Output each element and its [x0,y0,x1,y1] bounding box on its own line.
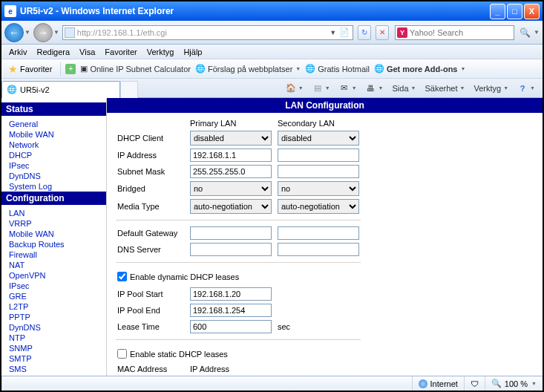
search-input[interactable] [410,28,512,37]
yahoo-icon: Y [397,27,407,38]
add-favorite-icon[interactable]: + [65,64,76,74]
sidebar-item-system-log[interactable]: System Log [9,181,99,192]
ie-icon: 🌐 [7,85,17,94]
sidebar-header-configuration: Configuration [1,192,106,205]
dhcp-client-secondary-select[interactable]: disabled [278,131,359,146]
media-primary-select[interactable]: auto-negotiation [190,199,272,214]
zoom-icon: 🔍 [491,379,502,388]
page-menu[interactable]: Sida▼ [390,82,419,94]
navigation-toolbar: ← ▼ → ▼ ▼ 📄 ↻ ✕ Y 🔍 ▼ [1,21,543,45]
dns-input[interactable] [190,243,272,256]
status-message [1,376,412,391]
ip-primary-input[interactable] [190,148,272,162]
menu-visa[interactable]: Visa [75,46,99,58]
search-button-icon[interactable]: 🔍 [517,27,533,38]
window-close-button[interactable]: X [524,4,540,19]
zone-label: Internet [430,379,458,388]
fav-link-hotmail[interactable]: 🌐 Gratis Hotmail [305,64,370,74]
ip-secondary-input[interactable] [278,148,359,162]
refresh-button[interactable]: ↻ [358,25,371,40]
compat-view-icon[interactable]: 📄 [338,26,351,39]
column-header-secondary: Secondary LAN [275,117,362,129]
search-box[interactable]: Y [395,25,514,40]
address-dropdown-icon[interactable]: ▼ [328,29,338,36]
sidebar-item-mobile-wan[interactable]: Mobile WAN [9,229,99,239]
sidebar-item-backup-routes[interactable]: Backup Routes [9,239,99,249]
enable-static-dhcp-checkbox[interactable] [117,349,127,359]
sidebar-item-smtp[interactable]: SMTP [9,353,99,364]
back-menu-chevron-icon[interactable]: ▼ [24,29,30,36]
menu-bar: Arkiv Redigera Visa Favoriter Verktyg Hj… [1,45,543,59]
lease-time-input[interactable] [190,320,272,333]
menu-hjalp[interactable]: Hjälp [179,46,206,58]
menu-verktyg[interactable]: Verktyg [142,46,179,58]
new-tab-button[interactable] [120,81,138,98]
back-button[interactable]: ← [4,23,24,42]
sidebar-item-l2tp[interactable]: L2TP [9,301,99,312]
bridged-secondary-select[interactable]: no [278,181,359,196]
chevron-down-icon: ▼ [531,381,537,386]
sidebar-item-sms[interactable]: SMS [9,364,99,374]
sidebar-item-gre[interactable]: GRE [9,291,99,301]
tools-menu[interactable]: Verktyg▼ [471,82,511,94]
sidebar-item-dhcp[interactable]: DHCP [9,150,99,160]
print-icon: 🖶 [366,83,376,94]
favorites-bar: ★ Favoriter + ▣ Online IP Subnet Calcula… [1,59,543,79]
zoom-control[interactable]: 🔍 100 % ▼ [485,376,543,391]
bridged-primary-select[interactable]: no [190,181,272,196]
media-secondary-select[interactable]: auto-negotiation [278,199,359,214]
sidebar-item-general[interactable]: General [9,119,99,129]
sidebar-item-ipsec[interactable]: IPsec [9,160,99,171]
window-maximize-button[interactable]: □ [507,4,522,19]
fav-link-suggestions[interactable]: 🌐 Förslag på webbplatser ▼ [195,64,301,74]
favorites-button[interactable]: ★ Favoriter [4,62,56,76]
help-button[interactable]: ?▼ [514,82,538,95]
sidebar-item-pptp[interactable]: PPTP [9,312,99,322]
sidebar-item-dyndns[interactable]: DynDNS [9,322,99,333]
address-input[interactable] [77,27,328,39]
mail-button[interactable]: ✉▼ [336,82,360,95]
fav-link-addons[interactable]: 🌐 Get more Add-ons ▼ [374,64,465,74]
address-bar[interactable]: ▼ 📄 [62,25,353,40]
menu-redigera[interactable]: Redigera [32,46,74,58]
dns-secondary-input[interactable] [278,243,359,256]
feeds-button[interactable]: ▤▼ [309,82,333,95]
chevron-down-icon: ▼ [411,85,416,91]
label-dns-server: DNS Server [114,241,187,258]
menu-arkiv[interactable]: Arkiv [4,46,31,58]
sidebar-item-ipsec[interactable]: IPsec [9,281,99,291]
sidebar-item-openvpn[interactable]: OpenVPN [9,270,99,281]
fav-link-calculator[interactable]: ▣ Online IP Subnet Calculator [80,64,191,74]
gateway-input[interactable] [190,226,272,240]
sidebar-item-vrrp[interactable]: VRRP [9,218,99,229]
mask-primary-input[interactable] [190,165,272,178]
menu-favoriter[interactable]: Favoriter [100,46,141,58]
sidebar-item-expansion-port-1[interactable]: Expansion Port 1 [9,374,99,376]
enable-dynamic-dhcp-checkbox[interactable] [117,272,127,281]
gateway-secondary-input[interactable] [278,226,359,240]
search-menu-chevron-icon[interactable]: ▼ [534,29,540,36]
mask-secondary-input[interactable] [278,165,359,178]
enable-static-dhcp-label: Enable static DHCP leases [130,350,228,359]
sidebar-item-lan[interactable]: LAN [9,208,99,218]
safety-menu[interactable]: Säkerhet▼ [422,82,468,94]
window-minimize-button[interactable]: _ [490,4,505,19]
sidebar-item-snmp[interactable]: SNMP [9,343,99,353]
pool-start-input[interactable] [190,287,272,301]
sidebar-item-network[interactable]: Network [9,140,99,150]
divider [116,339,361,340]
status-bar: Internet 🛡 🔍 100 % ▼ [1,376,543,391]
sidebar-item-ntp[interactable]: NTP [9,333,99,343]
sidebar-item-nat[interactable]: NAT [9,260,99,270]
sidebar-item-firewall[interactable]: Firewall [9,249,99,260]
forward-menu-chevron-icon[interactable]: ▼ [53,29,59,36]
browser-tab[interactable]: 🌐 UR5i-v2 [1,81,120,98]
stop-button[interactable]: ✕ [376,25,389,40]
forward-button: → [33,23,53,42]
home-button[interactable]: 🏠▼ [283,82,307,95]
sidebar-item-mobile-wan[interactable]: Mobile WAN [9,129,99,140]
sidebar-item-dyndns[interactable]: DynDNS [9,171,99,181]
dhcp-client-primary-select[interactable]: disabled [190,131,272,146]
pool-end-input[interactable] [190,304,272,317]
print-button[interactable]: 🖶▼ [363,82,387,95]
